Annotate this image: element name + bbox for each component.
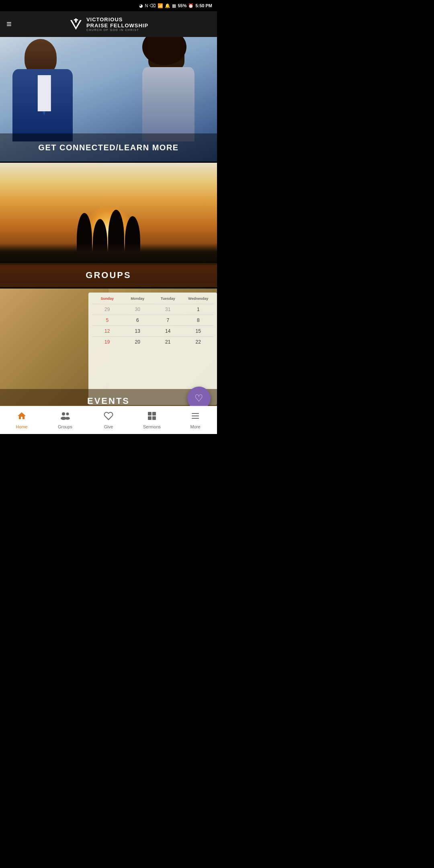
svg-rect-13: [192, 418, 199, 419]
svg-point-5: [66, 413, 69, 416]
nav-home[interactable]: Home: [0, 406, 43, 434]
cal-cell: 8: [184, 316, 213, 325]
cal-wed: Wednesday: [184, 297, 213, 301]
home-icon: [17, 411, 27, 423]
groups-label: GROUPS: [86, 270, 131, 280]
cal-cell: 12: [92, 327, 122, 336]
logo-icon: [69, 17, 83, 31]
nav-sermons[interactable]: Sermons: [130, 406, 174, 434]
logo-text: VICTORIOUSPRAISE FELLOWSHIP CHURCH OF GO…: [86, 17, 148, 31]
cal-divider: [92, 315, 213, 315]
time-text: 5:50 PM: [195, 3, 212, 8]
bluetooth-icon: ◕: [139, 3, 143, 8]
alarm-icon: ⏰: [188, 3, 194, 8]
status-bar: ◕ N ⌫ 📶 🔔 ▩ 55% ⏰ 5:50 PM: [0, 0, 217, 11]
calendar-grid: 29 30 31 1 5 6 7 8 12 13 14 15: [92, 305, 213, 346]
groups-section[interactable]: GROUPS: [0, 163, 217, 287]
fab-heart-icon: ♡: [194, 393, 203, 404]
cal-cell: 19: [92, 338, 122, 346]
svg-rect-11: [192, 413, 199, 414]
nav-give-label: Give: [104, 424, 113, 429]
logo-title: VICTORIOUSPRAISE FELLOWSHIP: [86, 17, 148, 29]
wifi-icon: 📶: [158, 3, 163, 8]
hero-overlay: GET CONNECTED/LEARN MORE: [0, 133, 217, 162]
hero-label: GET CONNECTED/LEARN MORE: [38, 143, 178, 152]
svg-rect-9: [148, 416, 151, 420]
more-icon: [190, 411, 200, 423]
cal-cell: 30: [123, 305, 153, 314]
events-label: EVENTS: [87, 396, 130, 406]
events-background: Sunday Monday Tuesday Wednesday 29 30 31…: [0, 289, 217, 406]
vibrate-icon: ⌫: [149, 3, 156, 8]
nav-groups[interactable]: Groups: [43, 406, 87, 434]
events-section[interactable]: Sunday Monday Tuesday Wednesday 29 30 31…: [0, 289, 217, 406]
svg-rect-12: [192, 416, 199, 416]
cal-cell: 22: [184, 338, 213, 346]
logo-area: VICTORIOUSPRAISE FELLOWSHIP CHURCH OF GO…: [69, 17, 148, 31]
logo-subtitle: CHURCH OF GOD IN CHRIST: [86, 29, 139, 31]
nfc-icon: N: [145, 3, 148, 8]
calendar-header: Sunday Monday Tuesday Wednesday: [92, 297, 213, 301]
cal-tue: Tuesday: [153, 297, 183, 301]
give-icon: [104, 411, 113, 423]
notify-icon: 🔔: [165, 3, 170, 8]
cal-cell: 1: [184, 305, 213, 314]
svg-point-6: [65, 417, 70, 420]
svg-rect-8: [152, 412, 156, 416]
cal-sun: Sunday: [92, 297, 122, 301]
cal-cell: 21: [153, 338, 183, 346]
nav-sermons-label: Sermons: [143, 424, 161, 429]
svg-point-3: [62, 412, 65, 416]
cal-cell: 5: [92, 316, 122, 325]
header: ≡ VICTORIOUSPRAISE FELLOWSHIP CHURCH OF …: [0, 11, 217, 37]
cal-divider: [92, 336, 213, 337]
nav-more[interactable]: More: [174, 406, 217, 434]
svg-rect-2: [74, 19, 78, 20]
cal-cell: 15: [184, 327, 213, 336]
cal-cell: 13: [123, 327, 153, 336]
bottom-nav: Home Groups Give Sermons: [0, 406, 217, 434]
svg-rect-10: [152, 416, 156, 420]
cal-cell: 7: [153, 316, 183, 325]
cal-cell: 29: [92, 305, 122, 314]
cal-cell: 31: [153, 305, 183, 314]
cal-cell: 6: [123, 316, 153, 325]
cal-divider-top: [92, 304, 213, 304]
nav-home-label: Home: [16, 424, 27, 429]
main-content: GET CONNECTED/LEARN MORE GROUPS: [0, 37, 217, 406]
cal-cell: 20: [123, 338, 153, 346]
groups-overlay: GROUPS: [0, 263, 217, 287]
svg-rect-7: [148, 412, 151, 416]
battery-text: 55%: [178, 3, 186, 8]
person-left: [4, 39, 85, 141]
signal-icon: ▩: [172, 3, 176, 8]
sermons-icon: [147, 411, 157, 423]
cal-divider: [92, 326, 213, 326]
events-overlay: EVENTS: [0, 389, 217, 406]
cal-mon: Monday: [123, 297, 153, 301]
nav-more-label: More: [190, 424, 200, 429]
hero-section[interactable]: GET CONNECTED/LEARN MORE: [0, 37, 217, 162]
nav-give[interactable]: Give: [87, 406, 130, 434]
status-icons: ◕ N ⌫ 📶 🔔 ▩ 55% ⏰ 5:50 PM: [139, 3, 212, 8]
menu-button[interactable]: ≡: [6, 20, 12, 29]
cal-cell: 14: [153, 327, 183, 336]
groups-nav-icon: [60, 411, 70, 423]
person-right: [132, 39, 213, 141]
ground-vegetation: [0, 243, 217, 265]
nav-groups-label: Groups: [58, 424, 72, 429]
